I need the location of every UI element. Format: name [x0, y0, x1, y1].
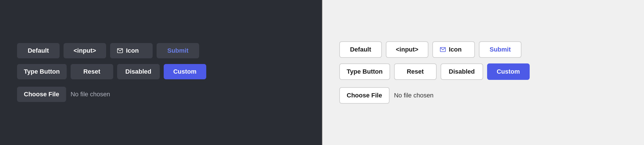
dark-disabled-button[interactable]: Disabled [117, 64, 160, 79]
light-row-2: Type Button Reset Disabled Custom [339, 63, 530, 80]
dark-icon-button-label: Icon [126, 47, 139, 54]
dark-icon-button[interactable]: Icon [110, 43, 153, 58]
light-file-row: Choose File No file chosen [339, 87, 433, 104]
dark-file-row: Choose File No file chosen [17, 87, 110, 102]
dark-panel: Default <input> Icon Submit Type Button … [0, 0, 322, 145]
dark-custom-button[interactable]: Custom [164, 64, 206, 79]
dark-type-button[interactable]: Type Button [17, 64, 67, 79]
dark-file-label: No file chosen [71, 91, 110, 98]
light-disabled-button[interactable]: Disabled [441, 63, 483, 80]
dark-submit-button[interactable]: Submit [157, 43, 199, 58]
envelope-icon [440, 46, 446, 53]
light-icon-button[interactable]: Icon [432, 41, 475, 58]
light-choose-file-button[interactable]: Choose File [339, 87, 390, 104]
dark-choose-file-button[interactable]: Choose File [17, 87, 66, 102]
dark-row-2: Type Button Reset Disabled Custom [17, 64, 206, 79]
dark-reset-button[interactable]: Reset [71, 64, 113, 79]
light-reset-button[interactable]: Reset [394, 63, 437, 80]
light-file-label: No file chosen [394, 92, 433, 99]
light-custom-button[interactable]: Custom [487, 63, 530, 80]
envelope-icon [117, 48, 123, 54]
light-submit-button[interactable]: Submit [479, 41, 521, 58]
light-icon-button-label: Icon [449, 46, 462, 53]
light-type-button[interactable]: Type Button [339, 63, 390, 80]
light-row-1: Default <input> Icon Submit [339, 41, 521, 58]
dark-default-button[interactable]: Default [17, 43, 60, 58]
dark-row-1: Default <input> Icon Submit [17, 43, 199, 58]
dark-input-button[interactable]: <input> [64, 43, 106, 58]
light-panel: Default <input> Icon Submit Type Button … [322, 0, 644, 145]
light-input-button[interactable]: <input> [386, 41, 428, 58]
light-default-button[interactable]: Default [339, 41, 382, 58]
